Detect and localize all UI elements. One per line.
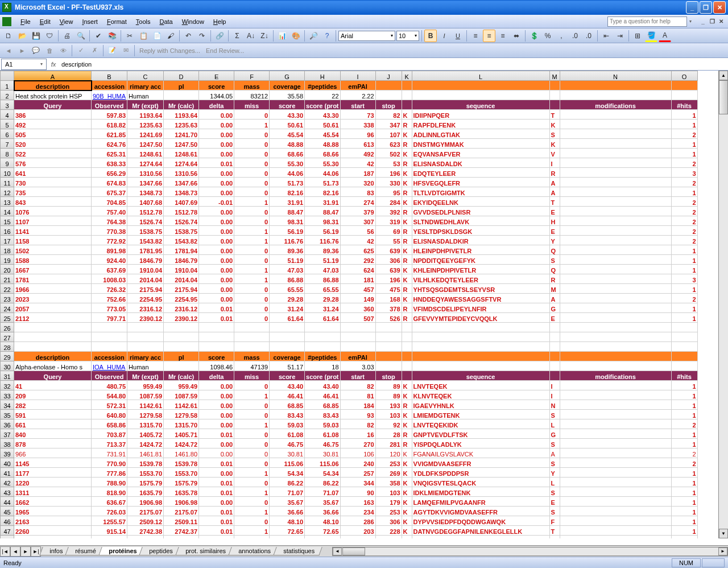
cell[interactable] bbox=[164, 90, 199, 100]
spreadsheet-grid[interactable]: ABCDEFGHIJKLMNO1descriptionaccessionrima… bbox=[0, 71, 698, 538]
cell[interactable]: 1662 bbox=[14, 497, 92, 507]
cell[interactable]: 0.01 bbox=[199, 507, 234, 516]
cell[interactable]: 360 bbox=[340, 303, 375, 313]
cell[interactable]: modifications bbox=[560, 371, 671, 381]
cell[interactable]: 1966 bbox=[14, 284, 92, 294]
cell[interactable] bbox=[560, 178, 671, 187]
cell[interactable]: 1543.82 bbox=[164, 236, 199, 245]
cell[interactable]: AGYTDKVVIGMDVAASEFFR bbox=[412, 507, 549, 516]
cell[interactable] bbox=[164, 332, 199, 342]
cell[interactable]: YISPDQLADLYK bbox=[412, 439, 549, 448]
cell[interactable]: 0.00 bbox=[199, 129, 234, 139]
cell[interactable]: 1424.72 bbox=[164, 439, 199, 448]
cell[interactable]: A bbox=[549, 448, 560, 458]
cell[interactable]: 966 bbox=[14, 448, 92, 458]
cell[interactable]: R bbox=[402, 313, 412, 323]
cell[interactable]: 1193.64 bbox=[127, 110, 164, 120]
cell[interactable]: 56 bbox=[340, 226, 375, 236]
cell[interactable]: accession bbox=[92, 352, 127, 361]
cell[interactable]: 623 bbox=[375, 139, 402, 149]
italic-button[interactable]: I bbox=[438, 30, 450, 42]
open-button[interactable]: 📂 bbox=[16, 30, 28, 42]
cell[interactable]: 840 bbox=[14, 429, 92, 439]
cell[interactable]: 641 bbox=[14, 168, 92, 178]
bold-button[interactable]: B bbox=[424, 30, 437, 42]
cell[interactable]: 0 bbox=[234, 110, 270, 120]
doc-close-button[interactable]: ✕ bbox=[717, 18, 726, 26]
cell[interactable]: 45.54 bbox=[305, 129, 340, 139]
cell[interactable]: 1 bbox=[671, 284, 697, 294]
cell[interactable]: 624 bbox=[340, 265, 375, 274]
cell[interactable]: Mr (calc) bbox=[164, 100, 199, 110]
cell[interactable]: DYPVVSIEDPFDQDDWGAWQK bbox=[412, 516, 549, 526]
cell[interactable]: start bbox=[340, 371, 375, 381]
cell[interactable]: 1255.57 bbox=[92, 516, 127, 526]
cell[interactable]: Alpha-enolase - Homo s bbox=[14, 361, 92, 371]
cell[interactable]: K bbox=[402, 390, 412, 400]
row-header[interactable]: 19 bbox=[1, 255, 14, 265]
cell[interactable]: K bbox=[402, 168, 412, 178]
col-header[interactable]: H bbox=[305, 71, 340, 81]
cell[interactable]: 0 bbox=[234, 245, 270, 255]
cell[interactable]: description bbox=[14, 352, 92, 361]
cell[interactable] bbox=[560, 478, 671, 487]
cell[interactable]: 1424.72 bbox=[127, 439, 164, 448]
cell[interactable]: I bbox=[549, 158, 560, 168]
cell[interactable]: Query bbox=[14, 100, 92, 110]
underline-button[interactable]: U bbox=[452, 30, 464, 42]
cell[interactable]: 0.00 bbox=[199, 439, 234, 448]
cell[interactable]: 168 bbox=[375, 294, 402, 303]
cell[interactable]: Y bbox=[549, 468, 560, 478]
cell[interactable]: 0 bbox=[234, 139, 270, 149]
dec-indent-button[interactable]: ⇤ bbox=[600, 30, 613, 42]
cell[interactable] bbox=[560, 81, 671, 90]
cell[interactable]: 0 bbox=[234, 400, 270, 410]
spell-button[interactable]: ✔ bbox=[92, 30, 105, 42]
cell[interactable]: 2316.12 bbox=[127, 303, 164, 313]
cell[interactable] bbox=[412, 352, 549, 361]
cell[interactable]: 726.03 bbox=[92, 507, 127, 516]
cell[interactable]: 735 bbox=[14, 187, 92, 197]
cell[interactable]: 50.61 bbox=[305, 120, 340, 129]
cell[interactable]: 1781 bbox=[14, 274, 92, 284]
cell[interactable]: 2 bbox=[671, 294, 697, 303]
rev-reject-button[interactable]: ✗ bbox=[88, 44, 101, 57]
cell[interactable]: Q bbox=[549, 245, 560, 255]
cell[interactable]: 1348.73 bbox=[164, 187, 199, 197]
cell[interactable]: 1274.64 bbox=[127, 158, 164, 168]
cell[interactable]: 71.07 bbox=[270, 487, 305, 497]
cell[interactable] bbox=[305, 323, 340, 332]
cell[interactable] bbox=[340, 323, 375, 332]
cell[interactable]: 0 bbox=[234, 313, 270, 323]
cell[interactable]: 2 bbox=[671, 178, 697, 187]
cell[interactable]: DNSTMGYMMAK bbox=[412, 139, 549, 149]
rev-new-button[interactable]: 💬 bbox=[30, 44, 42, 57]
cell[interactable]: K bbox=[402, 448, 412, 458]
menu-data[interactable]: Data bbox=[155, 17, 177, 26]
cell[interactable]: 2163 bbox=[14, 516, 92, 526]
row-header[interactable]: 4 bbox=[1, 110, 14, 120]
row-header[interactable]: 8 bbox=[1, 149, 14, 158]
cell[interactable]: 0.00 bbox=[199, 187, 234, 197]
cell[interactable]: R bbox=[402, 207, 412, 216]
cell[interactable]: DATNVGDEGGFAPNILENKEGLELLK bbox=[412, 526, 549, 536]
cell[interactable]: T bbox=[549, 197, 560, 207]
cell[interactable]: 46.75 bbox=[270, 439, 305, 448]
cell[interactable]: 1781.94 bbox=[164, 245, 199, 255]
cell[interactable] bbox=[549, 81, 560, 90]
cell[interactable]: score (prot bbox=[305, 100, 340, 110]
hscroll-thumb[interactable] bbox=[342, 548, 365, 555]
cell[interactable] bbox=[375, 81, 402, 90]
cell[interactable]: HLEINPDHPIVETLR bbox=[412, 245, 549, 255]
cell[interactable]: 35.67 bbox=[270, 497, 305, 507]
cell[interactable]: description bbox=[14, 81, 92, 90]
cell[interactable]: 181 bbox=[340, 274, 375, 284]
row-header[interactable]: 11 bbox=[1, 178, 14, 187]
cell[interactable]: S bbox=[549, 487, 560, 497]
cell[interactable]: delta bbox=[199, 371, 234, 381]
cell[interactable]: 2 bbox=[671, 207, 697, 216]
cell[interactable]: 0 bbox=[234, 516, 270, 526]
cell[interactable] bbox=[549, 323, 560, 332]
cell[interactable] bbox=[560, 516, 671, 526]
cell[interactable]: 1247.50 bbox=[127, 139, 164, 149]
